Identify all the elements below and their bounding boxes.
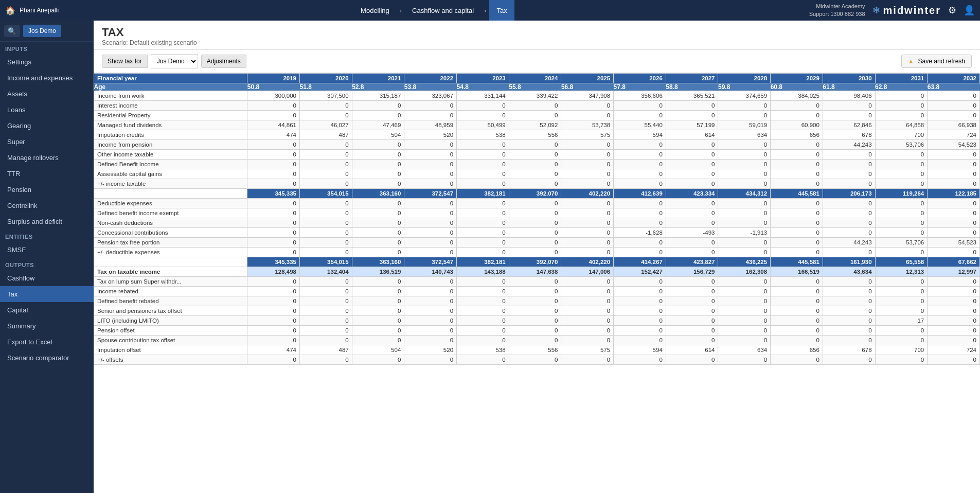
table-cell: 0 bbox=[561, 287, 614, 296]
top-navigation: 🏠 Phani Anepalli Modelling › Cashflow an… bbox=[0, 0, 980, 21]
table-cell: 0 bbox=[404, 287, 457, 296]
settings-icon[interactable]: ⚙ bbox=[948, 5, 956, 16]
midwinter-logo: ❄ midwinter bbox=[872, 5, 941, 16]
age-value: 52.8 bbox=[352, 83, 404, 91]
table-cell: 0 bbox=[247, 111, 300, 120]
sidebar-item-ttr[interactable]: TTR bbox=[0, 166, 94, 182]
sidebar-item-summary[interactable]: Summary bbox=[0, 318, 94, 334]
sidebar-item-smsf[interactable]: SMSF bbox=[0, 242, 94, 258]
table-cell: 0 bbox=[457, 277, 509, 287]
table-cell: 0 bbox=[928, 336, 980, 345]
table-cell: 0 bbox=[614, 336, 666, 345]
table-cell: 0 bbox=[404, 160, 457, 169]
age-value: 62.8 bbox=[875, 83, 928, 91]
table-cell: 0 bbox=[561, 228, 614, 238]
logo-snowflake-icon: ❄ bbox=[872, 5, 880, 16]
row-label: Defined benefit rebated bbox=[94, 296, 247, 306]
table-cell: 0 bbox=[928, 228, 980, 238]
table-cell: 0 bbox=[875, 277, 928, 287]
table-cell: 414,267 bbox=[614, 257, 666, 267]
table-cell: 0 bbox=[771, 316, 823, 326]
table-cell: 392,070 bbox=[509, 257, 561, 267]
sidebar-item-gearing[interactable]: Gearing bbox=[0, 118, 94, 134]
column-header-year: 2020 bbox=[299, 74, 352, 83]
adjustments-button[interactable]: Adjustments bbox=[201, 55, 246, 68]
breadcrumb-tax[interactable]: Tax bbox=[489, 0, 514, 21]
table-cell: 0 bbox=[928, 91, 980, 101]
sidebar-item-scenario-comparator[interactable]: Scenario comparator bbox=[0, 350, 94, 366]
save-refresh-button[interactable]: ▲ Save and refresh bbox=[901, 55, 972, 68]
sidebar-item-super[interactable]: Super bbox=[0, 134, 94, 150]
row-label: Assessable capital gains bbox=[94, 169, 247, 179]
sidebar-search-icon[interactable]: 🔍 bbox=[4, 25, 20, 37]
table-cell: 0 bbox=[509, 208, 561, 218]
table-cell: 0 bbox=[247, 101, 300, 111]
breadcrumb-cashflow[interactable]: Cashflow and capital bbox=[405, 0, 481, 21]
table-cell: 206,173 bbox=[823, 189, 875, 199]
sidebar-item-pension[interactable]: Pension bbox=[0, 182, 94, 198]
sidebar-item-cashflow[interactable]: Cashflow bbox=[0, 270, 94, 286]
table-cell: 0 bbox=[299, 326, 352, 336]
table-cell: 0 bbox=[823, 355, 875, 365]
table-cell: 0 bbox=[771, 208, 823, 218]
sidebar-item-surplus-deficit[interactable]: Surplus and deficit bbox=[0, 214, 94, 230]
table-cell: 161,930 bbox=[823, 257, 875, 267]
table-cell: 678 bbox=[823, 345, 875, 355]
table-cell: 0 bbox=[823, 326, 875, 336]
sidebar-item-tax[interactable]: Tax bbox=[0, 286, 94, 302]
table-cell: 0 bbox=[509, 336, 561, 345]
table-cell: 0 bbox=[352, 306, 404, 316]
sidebar-item-capital[interactable]: Capital bbox=[0, 302, 94, 318]
sidebar-item-manage-rollovers[interactable]: Manage rollovers bbox=[0, 150, 94, 166]
table-cell: 0 bbox=[457, 228, 509, 238]
table-cell: 0 bbox=[299, 111, 352, 120]
table-cell: 65,558 bbox=[875, 257, 928, 267]
tax-table-container[interactable]: Financial year20192020202120222023202420… bbox=[94, 73, 980, 493]
sidebar-item-export-excel[interactable]: Export to Excel bbox=[0, 334, 94, 350]
table-cell: 0 bbox=[352, 218, 404, 228]
table-cell: 0 bbox=[247, 238, 300, 248]
sidebar-user-button[interactable]: Jos Demo bbox=[23, 25, 61, 37]
table-cell: 0 bbox=[457, 101, 509, 111]
sidebar-item-settings[interactable]: Settings bbox=[0, 54, 94, 70]
table-cell: 0 bbox=[404, 355, 457, 365]
table-cell: 0 bbox=[928, 355, 980, 365]
user-profile-icon[interactable]: 👤 bbox=[964, 5, 975, 16]
table-cell: 0 bbox=[666, 218, 718, 228]
table-cell: 0 bbox=[771, 111, 823, 120]
age-value: 51.8 bbox=[299, 83, 352, 91]
table-cell: 0 bbox=[352, 228, 404, 238]
sidebar-item-income-expenses[interactable]: Income and expenses bbox=[0, 70, 94, 86]
table-cell: 0 bbox=[614, 150, 666, 160]
table-cell: 0 bbox=[247, 248, 300, 257]
table-cell: 656 bbox=[771, 130, 823, 140]
age-value: 50.8 bbox=[247, 83, 300, 91]
table-cell: 0 bbox=[718, 248, 771, 257]
table-cell: 0 bbox=[875, 287, 928, 296]
breadcrumb-modelling[interactable]: Modelling bbox=[353, 0, 397, 21]
user-select-dropdown[interactable]: Jos Demo bbox=[151, 54, 198, 68]
table-cell: 0 bbox=[299, 150, 352, 160]
sidebar: 🔍 Jos Demo INPUTS Settings Income and ex… bbox=[0, 21, 94, 493]
table-cell: 0 bbox=[457, 208, 509, 218]
table-cell: 0 bbox=[561, 326, 614, 336]
table-cell: 0 bbox=[614, 208, 666, 218]
table-cell: 0 bbox=[875, 355, 928, 365]
table-cell: 156,729 bbox=[666, 267, 718, 277]
sidebar-item-assets[interactable]: Assets bbox=[0, 86, 94, 102]
age-value: 57.8 bbox=[614, 83, 666, 91]
table-cell: 0 bbox=[457, 218, 509, 228]
table-cell: 0 bbox=[771, 179, 823, 189]
table-cell: 0 bbox=[457, 296, 509, 306]
table-cell: 0 bbox=[352, 208, 404, 218]
table-cell: 43,634 bbox=[823, 267, 875, 277]
table-cell: -1,628 bbox=[614, 228, 666, 238]
table-cell: 0 bbox=[614, 296, 666, 306]
sidebar-item-centrelink[interactable]: Centrelink bbox=[0, 198, 94, 214]
table-cell: 724 bbox=[928, 345, 980, 355]
sidebar-item-loans[interactable]: Loans bbox=[0, 102, 94, 118]
table-cell: 0 bbox=[875, 150, 928, 160]
section-outputs-label: OUTPUTS bbox=[0, 258, 94, 270]
show-tax-for-button[interactable]: Show tax for bbox=[102, 55, 148, 68]
home-icon[interactable]: 🏠 bbox=[5, 6, 15, 15]
